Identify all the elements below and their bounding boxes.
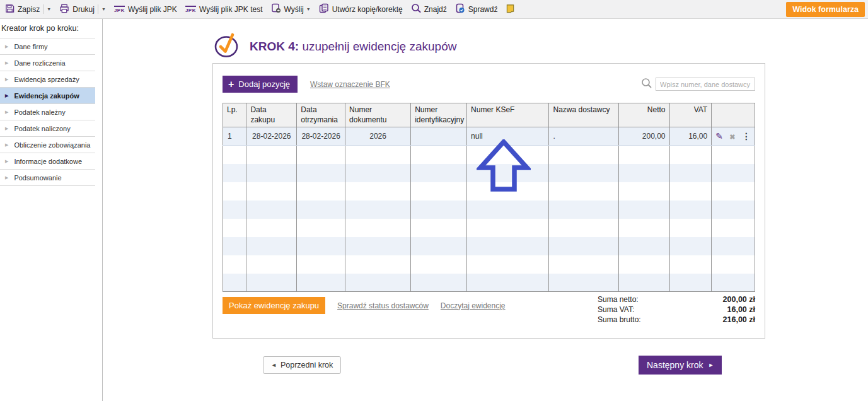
purchase-table-body: 1 28-02-2026 28-02-2026 2026 null . 200,… — [223, 127, 755, 292]
add-position-button[interactable]: + Dodaj pozycję — [223, 76, 298, 93]
sidebar-item-podatek-nalezny[interactable]: ▶ Podatek należny — [0, 104, 95, 120]
search-icon — [641, 78, 652, 91]
send-jpk-test-button[interactable]: JPK Wyślij plik JPK test — [185, 5, 263, 14]
side-arrow-icon: ▶ — [5, 93, 8, 98]
side-arrow-icon: ▶ — [5, 159, 8, 164]
step-header: KROK 4: uzupełnij ewidencję zakupów — [212, 30, 456, 62]
send-button[interactable]: Wyślij — [271, 3, 304, 15]
sidebar-item-podatek-naliczony[interactable]: ▶ Podatek naliczony — [0, 120, 95, 137]
save-button[interactable]: Zapisz — [5, 4, 40, 15]
copy-icon — [319, 3, 329, 15]
save-label: Zapisz — [18, 5, 40, 14]
cell-numer-identyfikacyjny — [411, 127, 467, 146]
sidebar-item-label: Informacje dodatkowe — [14, 158, 82, 165]
side-arrow-icon: ▶ — [5, 175, 8, 180]
sidebar-item-label: Ewidencja sprzedaży — [14, 76, 79, 83]
sum-brutto-label: Suma brutto: — [598, 315, 641, 325]
page-title: KROK 4: uzupełnij ewidencję zakupów — [250, 40, 456, 54]
table-header-row: Lp. Data zakupu Data otrzymania Numer do… — [223, 103, 755, 127]
app-logo — [212, 30, 241, 62]
sum-netto-value: 200,00 zł — [723, 294, 755, 305]
insert-bfk-link[interactable]: Wstaw oznaczenie BFK — [310, 80, 390, 89]
send-label: Wyślij — [284, 5, 304, 14]
col-data-zakupu: Data zakupu — [246, 103, 297, 127]
empty-row — [223, 146, 755, 164]
delete-icon[interactable]: ✖ — [729, 133, 735, 141]
edit-icon[interactable]: ✎ — [715, 131, 723, 141]
next-step-button[interactable]: Następny krok ► — [639, 356, 722, 375]
save-dropdown-caret[interactable]: ▼ — [47, 7, 51, 11]
print-icon — [59, 4, 69, 15]
cell-actions: ✎ ✖ ⋮ — [712, 127, 755, 146]
previous-step-button[interactable]: ◄ Poprzedni krok — [263, 356, 341, 374]
empty-row — [223, 237, 755, 255]
empty-row — [223, 255, 755, 274]
side-arrow-icon: ▶ — [5, 77, 8, 82]
send-dropdown-caret[interactable]: ▼ — [306, 7, 311, 11]
wizard-steps-list: ▶ Dane firmy ▶ Dane rozliczenia ▶ Ewiden… — [0, 38, 95, 186]
table-controls: + Dodaj pozycję Wstaw oznaczenie BFK — [223, 76, 755, 93]
sidebar-item-ewidencja-zakupow[interactable]: ▶ Ewidencja zakupów — [0, 88, 95, 104]
col-numer-ksef: Numer KSeF — [467, 103, 549, 127]
search-icon — [411, 3, 421, 15]
sidebar-item-informacje-dodatkowe[interactable]: ▶ Informacje dodatkowe — [0, 153, 95, 170]
find-button[interactable]: Znajdź — [411, 3, 447, 15]
more-icon[interactable]: ⋮ — [742, 131, 751, 141]
sidebar-item-label: Dane firmy — [14, 43, 47, 50]
side-arrow-icon: ▶ — [5, 126, 8, 131]
sidebar-item-ewidencja-sprzedazy[interactable]: ▶ Ewidencja sprzedaży — [0, 71, 95, 88]
send-jpk-test-label: Wyślij plik JPK test — [199, 5, 263, 14]
print-label: Drukuj — [72, 5, 95, 14]
sidebar-item-dane-firmy[interactable]: ▶ Dane firmy — [0, 38, 95, 55]
note-button[interactable] — [506, 3, 515, 15]
toolbar: Zapisz ▼ Drukuj ▼ JPK Wyślij plik JPK JP… — [0, 0, 868, 19]
check-supplier-status-link[interactable]: Sprawdź status dostawców — [337, 301, 429, 310]
sidebar-item-label: Obliczenie zobowiązania — [14, 141, 90, 149]
col-vat: VAT — [669, 103, 712, 127]
sidebar-item-label: Podatek należny — [14, 108, 65, 116]
next-step-label: Następny krok — [647, 360, 703, 370]
sidebar-item-label: Podatek naliczony — [14, 125, 70, 132]
cell-numer-ksef: null — [467, 127, 549, 146]
side-arrow-icon: ▶ — [5, 61, 8, 66]
send-jpk-label: Wyślij plik JPK — [128, 5, 177, 14]
note-icon — [506, 3, 515, 15]
side-arrow-icon: ▶ — [5, 44, 8, 49]
sidebar-item-label: Dane rozliczenia — [14, 59, 65, 67]
sum-vat-value: 16,00 zł — [727, 305, 755, 315]
col-nazwa-dostawcy: Nazwa dostawcy — [549, 103, 618, 127]
col-numer-identyfikacyjny: Numer identyfikacyjny — [411, 103, 467, 127]
sidebar-item-podsumowanie[interactable]: ▶ Podsumowanie — [0, 170, 95, 186]
print-dropdown-caret[interactable]: ▼ — [101, 7, 106, 11]
sum-vat-label: Suma VAT: — [598, 305, 634, 315]
sum-netto-label: Suma netto: — [598, 294, 639, 305]
sidebar-item-obliczenie-zobowiazania[interactable]: ▶ Obliczenie zobowiązania — [0, 137, 95, 153]
send-jpk-button[interactable]: JPK Wyślij plik JPK — [114, 5, 177, 14]
print-button[interactable]: Drukuj — [59, 4, 95, 15]
empty-row — [223, 182, 755, 200]
sum-brutto-value: 216,00 zł — [723, 315, 755, 325]
verify-label: Sprawdź — [468, 5, 498, 14]
divider — [43, 4, 43, 14]
sum-brutto-row: Suma brutto: 216,00 zł — [598, 315, 755, 325]
create-copy-button[interactable]: Utwórz kopię/korektę — [319, 3, 403, 15]
cell-vat: 16,00 — [669, 127, 712, 146]
table-row[interactable]: 1 28-02-2026 28-02-2026 2026 null . 200,… — [223, 127, 755, 146]
side-arrow-icon: ▶ — [5, 110, 8, 115]
sidebar-item-label: Ewidencja zakupów — [14, 92, 79, 100]
chevron-left-icon: ◄ — [271, 362, 277, 368]
cell-nazwa-dostawcy: . — [549, 127, 618, 146]
col-actions — [712, 103, 755, 127]
plus-icon: + — [228, 81, 234, 88]
load-register-link[interactable]: Doczytaj ewidencję — [441, 301, 506, 310]
panel-footer: Pokaż ewidencję zakupu Sprawdź status do… — [223, 294, 755, 325]
show-purchase-register-button[interactable]: Pokaż ewidencję zakupu — [223, 297, 325, 314]
search-input[interactable] — [656, 78, 755, 91]
step-number: KROK 4: — [250, 40, 299, 53]
sidebar-title: Kreator krok po kroku: — [0, 19, 102, 38]
form-view-button[interactable]: Widok formularza — [786, 2, 865, 17]
sidebar-item-dane-rozliczenia[interactable]: ▶ Dane rozliczenia — [0, 55, 95, 71]
cell-lp: 1 — [223, 127, 246, 146]
sidebar-item-label: Podsumowanie — [14, 174, 61, 182]
verify-button[interactable]: Sprawdź — [455, 3, 498, 15]
